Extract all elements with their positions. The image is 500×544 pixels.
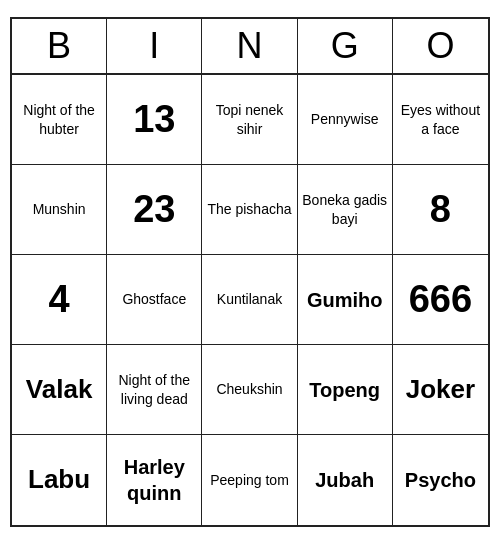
bingo-cell-11: Ghostface bbox=[107, 255, 202, 345]
bingo-cell-13: Gumiho bbox=[298, 255, 393, 345]
bingo-cell-10: 4 bbox=[12, 255, 107, 345]
bingo-cell-0: Night of the hubter bbox=[12, 75, 107, 165]
bingo-header: BINGO bbox=[12, 19, 488, 75]
header-letter-i: I bbox=[107, 19, 202, 73]
bingo-cell-8: Boneka gadis bayi bbox=[298, 165, 393, 255]
header-letter-b: B bbox=[12, 19, 107, 73]
bingo-card: BINGO Night of the hubter13Topi nenek si… bbox=[10, 17, 490, 527]
header-letter-g: G bbox=[298, 19, 393, 73]
bingo-cell-12: Kuntilanak bbox=[202, 255, 297, 345]
bingo-grid: Night of the hubter13Topi nenek sihirPen… bbox=[12, 75, 488, 525]
bingo-cell-7: The pishacha bbox=[202, 165, 297, 255]
header-letter-n: N bbox=[202, 19, 297, 73]
bingo-cell-23: Jubah bbox=[298, 435, 393, 525]
bingo-cell-9: 8 bbox=[393, 165, 488, 255]
bingo-cell-16: Night of the living dead bbox=[107, 345, 202, 435]
bingo-cell-18: Topeng bbox=[298, 345, 393, 435]
bingo-cell-1: 13 bbox=[107, 75, 202, 165]
bingo-cell-4: Eyes without a face bbox=[393, 75, 488, 165]
header-letter-o: O bbox=[393, 19, 488, 73]
bingo-cell-24: Psycho bbox=[393, 435, 488, 525]
bingo-cell-19: Joker bbox=[393, 345, 488, 435]
bingo-cell-22: Peeping tom bbox=[202, 435, 297, 525]
bingo-cell-6: 23 bbox=[107, 165, 202, 255]
bingo-cell-17: Cheukshin bbox=[202, 345, 297, 435]
bingo-cell-5: Munshin bbox=[12, 165, 107, 255]
bingo-cell-2: Topi nenek sihir bbox=[202, 75, 297, 165]
bingo-cell-3: Pennywise bbox=[298, 75, 393, 165]
bingo-cell-14: 666 bbox=[393, 255, 488, 345]
bingo-cell-15: Valak bbox=[12, 345, 107, 435]
bingo-cell-20: Labu bbox=[12, 435, 107, 525]
bingo-cell-21: Harley quinn bbox=[107, 435, 202, 525]
